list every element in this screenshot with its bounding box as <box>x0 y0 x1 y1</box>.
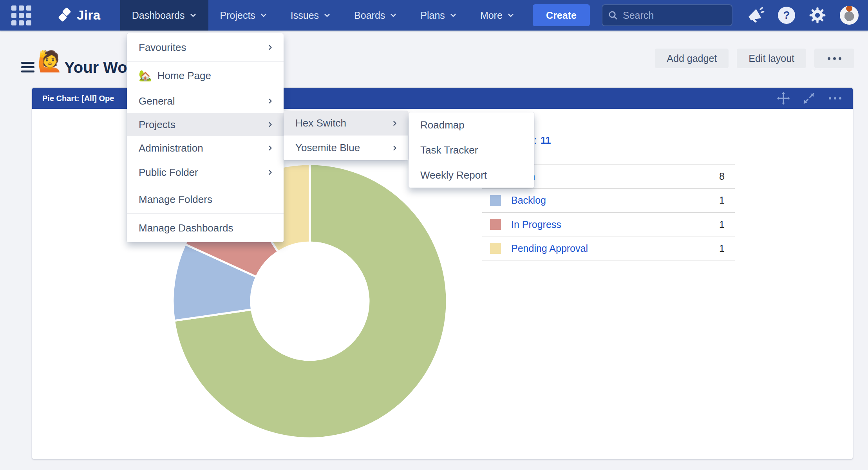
announcements-button[interactable] <box>746 6 765 25</box>
page-title-emoji: 🙋 <box>37 49 63 73</box>
menu-item-weekly-report[interactable]: Weekly Report <box>409 163 534 188</box>
chevron-right-icon <box>392 145 398 151</box>
user-avatar[interactable] <box>840 6 859 25</box>
more-options-button[interactable] <box>814 49 854 68</box>
help-icon: ? <box>778 7 795 24</box>
nav-boards[interactable]: Boards <box>342 0 409 31</box>
gadget-menu-icon[interactable] <box>827 97 843 99</box>
chevron-right-icon <box>267 121 273 128</box>
help-button[interactable]: ? <box>778 7 795 24</box>
legend-swatch <box>490 243 501 254</box>
gear-icon <box>808 6 826 24</box>
chevron-down-icon <box>507 12 514 19</box>
projects-submenu: Hex Switch Yosemite Blue <box>284 111 408 160</box>
edit-layout-button[interactable]: Edit layout <box>737 49 806 68</box>
nav-issues[interactable]: Issues <box>279 0 342 31</box>
page-title: Your Wo <box>64 59 127 76</box>
app-switcher-button[interactable] <box>10 5 32 25</box>
legend-swatch <box>490 195 501 206</box>
jira-dashboard-screen: Jira Dashboards Projects Issues Boards P… <box>0 0 868 470</box>
menu-item-task-tracker[interactable]: Task Tracker <box>409 137 534 163</box>
legend-value: 1 <box>719 195 725 206</box>
chevron-down-icon <box>190 12 197 19</box>
chevron-down-icon <box>260 12 267 19</box>
menu-item-favourites[interactable]: Favourites <box>127 35 284 60</box>
chevron-right-icon <box>267 145 273 151</box>
legend-row: Pending Approval 1 <box>482 237 735 261</box>
menu-item-roadmap[interactable]: Roadmap <box>409 112 534 137</box>
gadget-title: Pie Chart: [All] Ope <box>42 94 114 103</box>
menu-item-projects[interactable]: Projects <box>127 113 284 136</box>
legend-value: 8 <box>719 171 725 182</box>
chevron-right-icon <box>392 120 398 127</box>
gadget-tools <box>776 91 843 105</box>
menu-item-manage-dashboards[interactable]: Manage Dashboards <box>127 216 284 240</box>
legend-label-link[interactable]: Backlog <box>511 195 546 206</box>
ellipsis-icon <box>826 57 843 60</box>
menu-item-home-page[interactable]: 🏡 Home Page <box>127 62 284 89</box>
create-button[interactable]: Create <box>533 4 590 26</box>
top-navigation: Jira Dashboards Projects Issues Boards P… <box>0 0 868 31</box>
move-gadget-icon[interactable] <box>776 91 790 105</box>
chevron-right-icon <box>267 44 273 51</box>
nav-projects[interactable]: Projects <box>208 0 279 31</box>
house-emoji-icon: 🏡 <box>139 69 152 82</box>
search-input[interactable] <box>623 10 726 21</box>
dashboard-actions: Add gadget Edit layout <box>655 49 854 68</box>
settings-button[interactable] <box>808 6 826 24</box>
nav-dashboards[interactable]: Dashboards <box>120 0 208 31</box>
add-gadget-button[interactable]: Add gadget <box>655 49 729 68</box>
jira-logo[interactable]: Jira <box>56 7 101 24</box>
menu-item-manage-folders[interactable]: Manage Folders <box>127 188 284 211</box>
legend-row: Backlog 1 <box>482 188 735 213</box>
jira-logo-icon <box>56 7 73 24</box>
menu-item-public-folder[interactable]: Public Folder <box>127 160 284 185</box>
nav-plans[interactable]: Plans <box>409 0 468 31</box>
legend-row: In Progress 1 <box>482 212 735 237</box>
legend-swatch <box>490 219 501 230</box>
legend-value: 1 <box>719 243 725 254</box>
sidebar-toggle-button[interactable] <box>21 62 34 75</box>
nav-more[interactable]: More <box>468 0 526 31</box>
chevron-down-icon <box>450 12 457 19</box>
search-box[interactable] <box>602 4 732 26</box>
legend-value: 1 <box>719 219 725 230</box>
menu-item-hex-switch[interactable]: Hex Switch <box>284 111 408 136</box>
hex-switch-submenu: Roadmap Task Tracker Weekly Report <box>409 112 534 188</box>
legend-label-link[interactable]: In Progress <box>511 219 561 230</box>
chevron-right-icon <box>267 98 273 104</box>
chevron-down-icon <box>390 12 397 19</box>
menu-item-yosemite-blue[interactable]: Yosemite Blue <box>284 136 408 160</box>
dashboards-menu: Favourites 🏡 Home Page General Projects … <box>127 33 284 242</box>
megaphone-icon <box>746 6 765 25</box>
jira-logo-text: Jira <box>77 8 101 23</box>
chevron-right-icon <box>267 169 273 175</box>
expand-gadget-icon[interactable] <box>802 92 816 105</box>
app-switcher-grid-icon <box>11 5 31 25</box>
search-icon <box>608 10 618 20</box>
menu-item-administration[interactable]: Administration <box>127 136 284 160</box>
menu-item-general[interactable]: General <box>127 89 284 113</box>
legend-label-link[interactable]: Pending Approval <box>511 243 588 254</box>
chevron-down-icon <box>324 12 331 19</box>
